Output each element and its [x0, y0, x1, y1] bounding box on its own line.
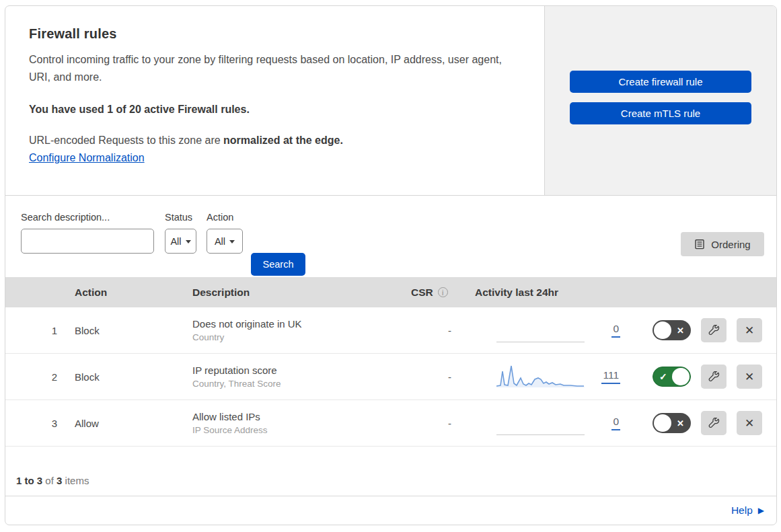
rule-fields: Country: [192, 332, 406, 342]
page-description: Control incoming traffic to your zone by…: [29, 51, 507, 86]
create-firewall-rule-button[interactable]: Create firewall rule: [570, 71, 751, 93]
status-toggle[interactable]: ✓ ✕: [653, 413, 691, 433]
column-action: Action: [75, 287, 192, 299]
ordering-list-icon: [694, 239, 705, 250]
help-link[interactable]: Help ▶: [731, 504, 764, 517]
rule-fields: IP Source Address: [192, 425, 406, 435]
search-label: Search description...: [21, 212, 154, 223]
rule-number: 3: [5, 418, 75, 429]
edit-rule-button[interactable]: [701, 318, 727, 342]
arrow-right-icon: ▶: [758, 506, 764, 515]
status-filter-group: Status All: [154, 212, 196, 277]
rule-number: 2: [5, 371, 75, 383]
action-filter-group: Action All: [196, 212, 243, 277]
rule-activity: 0: [475, 400, 623, 446]
rule-fields: Country, Threat Score: [192, 379, 406, 389]
status-dropdown-value: All: [170, 236, 181, 247]
rule-description: Allow listed IPs IP Source Address: [192, 411, 406, 435]
close-icon: ✕: [745, 416, 754, 430]
rule-csr: -: [406, 325, 475, 336]
activity-count-link[interactable]: 0: [611, 416, 620, 430]
status-dropdown[interactable]: All: [165, 229, 196, 254]
toggle-knob: [654, 321, 671, 339]
search-button[interactable]: Search: [251, 253, 305, 276]
edit-rule-button[interactable]: [701, 411, 727, 435]
normalization-bold: normalized at the edge.: [223, 135, 343, 146]
help-link-label: Help: [731, 504, 753, 517]
activity-chart: [496, 411, 585, 435]
info-icon[interactable]: i: [438, 287, 448, 297]
cross-icon: ✕: [677, 419, 684, 428]
firewall-rules-card: Firewall rules Control incoming traffic …: [5, 5, 777, 525]
action-label: Action: [207, 212, 243, 223]
cross-icon: ✕: [677, 326, 684, 335]
rule-action: Allow: [75, 418, 192, 429]
activity-chart: [475, 363, 585, 390]
page-title: Firewall rules: [29, 26, 517, 42]
table-header: Action Description CSR i Activity last 2…: [5, 277, 776, 307]
status-label: Status: [165, 212, 196, 223]
toggle-knob: [654, 414, 671, 432]
column-csr: CSR i: [406, 287, 475, 299]
pagination-of: of: [42, 475, 57, 486]
rule-action: Block: [75, 325, 192, 336]
rule-description-title: Does not originate in UK: [192, 318, 406, 330]
delete-rule-button[interactable]: ✕: [737, 411, 762, 435]
rule-description: IP reputation score Country, Threat Scor…: [192, 365, 406, 389]
column-activity: Activity last 24hr: [475, 287, 623, 299]
column-csr-label: CSR: [411, 287, 433, 299]
column-description: Description: [192, 287, 406, 299]
search-input-wrapper: [21, 229, 154, 254]
wrench-icon: [708, 418, 720, 429]
delete-rule-button[interactable]: ✕: [737, 365, 762, 389]
pagination-summary: 1 to 3 of 3 items: [5, 447, 776, 496]
edit-rule-button[interactable]: [701, 365, 727, 389]
toggle-knob: [672, 368, 690, 385]
rule-csr: -: [406, 371, 475, 383]
header-text-block: Firewall rules Control incoming traffic …: [5, 6, 544, 195]
check-icon: ✓: [659, 372, 667, 381]
rule-controls: ✓ ✕ ✕: [623, 411, 776, 435]
ordering-button[interactable]: Ordering: [681, 232, 764, 256]
configure-normalization-link[interactable]: Configure Normalization: [29, 152, 145, 164]
create-mtls-rule-button[interactable]: Create mTLS rule: [570, 102, 751, 124]
action-dropdown[interactable]: All: [207, 229, 243, 254]
close-icon: ✕: [745, 324, 754, 338]
action-dropdown-value: All: [215, 236, 225, 247]
search-group: Search description...: [21, 212, 154, 277]
header-section: Firewall rules Control incoming traffic …: [5, 6, 776, 196]
actions-panel: Create firewall rule Create mTLS rule: [544, 6, 776, 195]
activity-count-link[interactable]: 111: [601, 369, 620, 384]
rule-number: 1: [5, 325, 75, 336]
usage-summary: You have used 1 of 20 active Firewall ru…: [29, 104, 517, 116]
status-toggle[interactable]: ✓ ✕: [653, 367, 691, 387]
table-row: 3 Allow Allow listed IPs IP Source Addre…: [5, 400, 776, 447]
wrench-icon: [708, 325, 720, 336]
help-row: Help ▶: [5, 496, 776, 525]
normalization-prefix: URL-encoded Requests to this zone are: [29, 135, 223, 146]
ordering-button-label: Ordering: [711, 239, 750, 250]
status-toggle[interactable]: ✓ ✕: [653, 320, 691, 340]
chevron-down-icon: [186, 240, 191, 243]
rule-description: Does not originate in UK Country: [192, 318, 406, 342]
activity-chart: [496, 318, 585, 342]
activity-count-link[interactable]: 0: [611, 323, 620, 338]
pagination-range: 1 to 3: [16, 475, 42, 486]
table-row: 1 Block Does not originate in UK Country…: [5, 307, 776, 354]
filter-bar: Search description... Status All Action …: [5, 196, 776, 277]
chevron-down-icon: [229, 240, 235, 243]
wrench-icon: [708, 371, 720, 383]
rule-description-title: IP reputation score: [192, 365, 406, 376]
rule-description-title: Allow listed IPs: [192, 411, 406, 422]
rule-activity: 111: [475, 354, 623, 400]
rule-controls: ✓ ✕ ✕: [623, 318, 776, 342]
rule-controls: ✓ ✕ ✕: [623, 365, 776, 389]
close-icon: ✕: [745, 370, 754, 384]
pagination-items: items: [62, 475, 89, 486]
rule-action: Block: [75, 371, 192, 383]
delete-rule-button[interactable]: ✕: [737, 318, 762, 342]
rule-activity: 0: [475, 307, 623, 353]
search-input[interactable]: [34, 235, 158, 248]
table-row: 2 Block IP reputation score Country, Thr…: [5, 354, 776, 400]
normalization-note: URL-encoded Requests to this zone are no…: [29, 135, 517, 147]
